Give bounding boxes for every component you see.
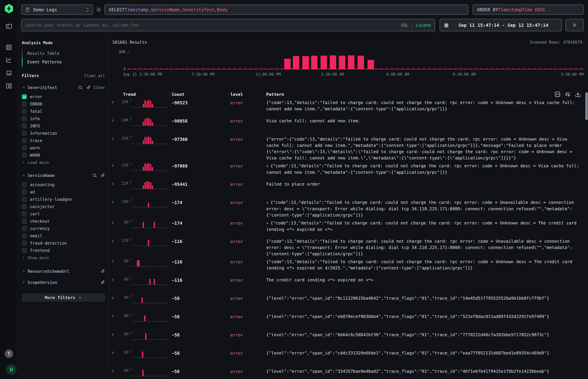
- checkbox[interactable]: [22, 102, 27, 107]
- time-range-picker[interactable]: Sep 11 15:47:14 - Sep 12 15:47:14: [440, 19, 562, 31]
- vertical-scrollbar[interactable]: [585, 92, 588, 120]
- analysis-mode-results-table[interactable]: Results Table: [22, 49, 105, 58]
- expand-row-icon[interactable]: [111, 137, 115, 141]
- filter-option-WARN[interactable]: WARN: [22, 152, 105, 159]
- download-icon[interactable]: [575, 91, 581, 97]
- view-source-icon[interactable]: [554, 91, 560, 97]
- pattern-cell[interactable]: ×{"code":13,"details":"failed to charge …: [266, 238, 588, 257]
- run-query-button[interactable]: [566, 19, 584, 31]
- checkbox[interactable]: [22, 248, 27, 253]
- filter-option-artillery-loadgen[interactable]: artillery-loadgen: [22, 196, 105, 203]
- pattern-row[interactable]: 180 ~174 error ×{"code":13,"details":"fa…: [111, 198, 588, 218]
- filter-group-scopeversion[interactable]: ScopeVersion: [22, 279, 105, 286]
- column-header-count[interactable]: Count: [170, 92, 226, 97]
- filter-option-checkout[interactable]: checkout: [22, 218, 105, 225]
- checkbox[interactable]: [22, 226, 27, 231]
- filter-group-resourceschemaurl[interactable]: ResourceSchemaUrl: [22, 268, 105, 275]
- sidebar-toggle-icon[interactable]: [5, 23, 12, 30]
- clear-all-filters-button[interactable]: Clear all: [84, 74, 105, 78]
- expand-row-icon[interactable]: [111, 296, 115, 300]
- histogram-plot[interactable]: Sep 11 3:30:00 PM7:30:00 PM11:00:00 PM2:…: [128, 51, 584, 70]
- pattern-row[interactable]: 22K ~97069 error ×{"code":13,"details":"…: [111, 161, 588, 179]
- checkbox[interactable]: [22, 197, 27, 202]
- lucene-mode-button[interactable]: Lucene: [416, 23, 431, 28]
- expand-row-icon[interactable]: [111, 200, 115, 204]
- checkbox[interactable]: [22, 204, 27, 209]
- results-histogram[interactable]: 80K 0 Sep 11 3:30:00 PM7:30:00 PM11:00:0…: [111, 50, 584, 84]
- expand-row-icon[interactable]: [111, 182, 115, 186]
- chevron-down-icon[interactable]: [22, 174, 26, 177]
- pattern-row[interactable]: 24K ~98058 error ×Visa cache full: canno…: [111, 116, 588, 134]
- pattern-row[interactable]: 60 ~58 error ×{"level":"error","span_id"…: [111, 294, 588, 312]
- pattern-row[interactable]: 60 ~58 error ×{"level":"error","span_id"…: [111, 367, 588, 379]
- histogram-bar[interactable]: [302, 56, 309, 69]
- pattern-row[interactable]: 22K ~98523 error ×{"code":13,"details":"…: [111, 98, 588, 116]
- filter-option-cainjector[interactable]: cainjector: [22, 203, 105, 210]
- expand-row-icon[interactable]: [111, 100, 115, 104]
- pattern-cell[interactable]: ×{"level":"error","span_id":"6b64c6c5884…: [266, 331, 588, 348]
- clear-group-button[interactable]: Clear: [94, 85, 105, 90]
- pin-icon[interactable]: [85, 84, 92, 91]
- pin-icon[interactable]: [99, 279, 106, 286]
- filter-option-warn[interactable]: warn: [22, 144, 105, 152]
- pattern-row[interactable]: 120 ~116 error ×{"code":13,"details":"fa…: [111, 237, 588, 257]
- chevron-down-icon[interactable]: [22, 86, 26, 89]
- column-header-pattern[interactable]: Pattern: [266, 92, 588, 97]
- expand-row-icon[interactable]: [111, 369, 115, 373]
- pattern-cell[interactable]: ×{"level":"error","span_id":"0c11220615b…: [266, 295, 588, 312]
- search-input[interactable]: [25, 22, 398, 28]
- checkbox[interactable]: [22, 241, 27, 246]
- load-more-button[interactable]: Load more: [22, 159, 105, 166]
- select-clause-input[interactable]: SELECT Timestamp, ServiceName, SeverityT…: [104, 4, 468, 15]
- checkbox[interactable]: [22, 109, 27, 114]
- filter-option-trace[interactable]: trace: [22, 137, 105, 144]
- search-logs-icon[interactable]: [5, 44, 12, 51]
- pattern-row[interactable]: 60 ~116 error ×The credit card (ending <…: [111, 275, 588, 294]
- more-filters-button[interactable]: More filters: [22, 294, 105, 302]
- checkbox[interactable]: [22, 233, 27, 238]
- expand-row-icon[interactable]: [111, 351, 115, 355]
- filter-group-name[interactable]: ServiceName: [28, 173, 55, 178]
- excluded-flag-icon[interactable]: ×: [266, 201, 268, 205]
- filter-option-Information[interactable]: Information: [22, 130, 105, 137]
- pattern-row[interactable]: 60 ~58 error ×{"level":"error","span_id"…: [111, 330, 588, 348]
- filter-option-frontend[interactable]: frontend: [22, 247, 105, 254]
- expand-row-icon[interactable]: [111, 278, 115, 282]
- filter-option-cart[interactable]: cart: [22, 210, 105, 218]
- search-icon[interactable]: [93, 173, 97, 178]
- filter-option-accounting[interactable]: accounting: [22, 181, 105, 188]
- checkbox[interactable]: [22, 124, 27, 128]
- pattern-cell[interactable]: ×{"error":{"code":13,"details":"failed t…: [266, 136, 588, 161]
- pattern-cell[interactable]: ×{"code":13,"details":"failed to charge …: [266, 220, 588, 237]
- histogram-bar[interactable]: [284, 59, 291, 69]
- column-header-level[interactable]: level: [228, 92, 264, 97]
- filter-group-name[interactable]: SeverityText: [28, 85, 57, 90]
- checkbox[interactable]: [22, 94, 27, 99]
- expand-row-icon[interactable]: [111, 118, 115, 123]
- expand-row-icon[interactable]: [111, 259, 115, 263]
- filter-option-info[interactable]: info: [22, 115, 105, 122]
- filter-option-INFO[interactable]: INFO: [22, 122, 105, 130]
- column-separator-icon[interactable]: ⋮: [226, 92, 228, 96]
- pattern-row[interactable]: 60 ~174 error ×{"code":13,"details":"fai…: [111, 218, 588, 237]
- wrap-text-icon[interactable]: [565, 91, 571, 97]
- pattern-cell[interactable]: ×Visa cache full: cannot add new item.: [266, 117, 588, 134]
- filter-option-fraud-detection[interactable]: fraud-detection: [22, 239, 105, 247]
- histogram-bar[interactable]: [339, 56, 345, 69]
- help-button[interactable]: ?: [5, 349, 13, 358]
- excluded-flag-icon[interactable]: ×: [266, 164, 268, 168]
- histogram-bar[interactable]: [293, 56, 299, 69]
- pin-icon[interactable]: [99, 268, 106, 275]
- expand-row-icon[interactable]: [111, 221, 115, 225]
- expand-row-icon[interactable]: [111, 239, 115, 243]
- column-separator-icon[interactable]: ⋮: [167, 92, 170, 96]
- pattern-cell[interactable]: ×{"level":"error","span_id":"334357bae9e…: [266, 368, 588, 379]
- checkbox[interactable]: [22, 211, 27, 216]
- pattern-row[interactable]: 60 ~58 error ×{"level":"error","span_id"…: [111, 312, 588, 330]
- analysis-mode-event-patterns[interactable]: Event Patterns: [22, 58, 105, 66]
- pin-icon[interactable]: [99, 172, 106, 179]
- filter-option-email[interactable]: email: [22, 232, 105, 239]
- expand-row-icon[interactable]: [111, 314, 115, 318]
- user-avatar[interactable]: U: [6, 364, 17, 375]
- sessions-icon[interactable]: [5, 70, 12, 77]
